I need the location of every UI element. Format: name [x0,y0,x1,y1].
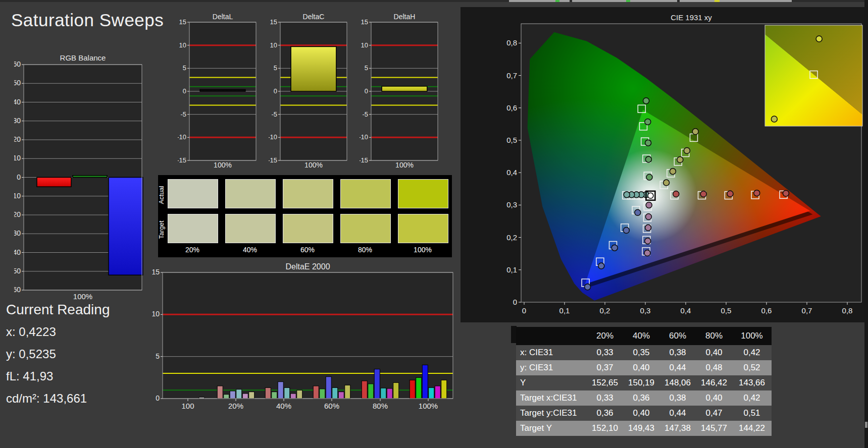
svg-text:0,3: 0,3 [640,306,651,315]
cie-measured-marker [645,140,651,146]
svg-text:-5: -5 [271,110,277,118]
deltae-bar [393,382,399,399]
svg-text:0,8: 0,8 [842,306,853,315]
svg-text:-50: -50 [14,267,21,275]
deltae-bar [320,389,325,399]
svg-text:20%: 20% [228,402,243,410]
table-row: Target y:CIE310,360,400,440,470,51 [516,406,772,421]
swatch-col-label: 100% [398,246,447,254]
current-reading-x: x: 0,4223 [6,325,110,339]
svg-text:0,8: 0,8 [506,38,517,47]
cie-1931-chart[interactable]: CIE 1931 xy00,10,20,30,40,50,60,70,800,1… [461,7,864,322]
svg-text:-30: -30 [14,229,21,237]
right-edge-bar[interactable] [864,0,868,448]
svg-text:-10: -10 [360,133,368,141]
cie-measured-marker [644,250,650,256]
svg-text:0,4: 0,4 [506,168,517,177]
bar-blue [109,178,143,275]
swatch-col-label: 60% [283,246,332,254]
deltae-bar [368,384,374,399]
svg-text:0,6: 0,6 [761,306,772,315]
svg-text:0,2: 0,2 [600,306,610,315]
svg-text:0,5: 0,5 [506,136,517,144]
bar-red [37,178,71,187]
svg-text:0,7: 0,7 [802,306,812,315]
current-reading-cdm2: cd/m²: 143,661 [6,391,110,406]
svg-text:0: 0 [513,298,517,306]
swatch-target-40% [225,214,276,243]
svg-text:0: 0 [156,394,160,402]
cie-svg: CIE 1931 xy00,10,20,30,40,50,60,70,800,1… [461,7,864,322]
svg-text:0: 0 [17,173,21,181]
svg-text:-15: -15 [360,156,368,164]
swatch-row-label-actual: Actual [158,184,165,204]
svg-text:0: 0 [274,87,277,95]
cie-measured-marker [670,169,676,175]
svg-text:50: 50 [14,79,21,87]
svg-text:0: 0 [522,306,526,315]
calibration-report-screen: Saturation Sweeps RGB Balance-60-50-40-3… [0,0,868,448]
table-row: Target Y152,10149,43147,38145,77144,22 [516,421,772,436]
toolbar-edge [0,0,868,2]
cie-measured-marker [754,190,760,196]
rgb-balance-chart[interactable]: RGB Balance-60-50-40-30-20-1001020304050… [14,52,144,302]
svg-text:5: 5 [274,64,277,72]
svg-text:0: 0 [183,87,186,95]
delta-l-chart[interactable]: DeltaL-15-10-5051015100% [178,12,260,170]
deltae-bar [362,381,367,399]
svg-text:100%: 100% [73,292,92,301]
svg-text:10: 10 [179,41,186,49]
deltae-bar [290,394,296,399]
svg-text:0,6: 0,6 [506,103,517,112]
svg-text:10: 10 [361,41,368,49]
deltae-bar [284,387,290,399]
deltae-bar [422,365,428,399]
toolbar-edge-yellow-mark [714,0,720,2]
deltae-bar [230,391,235,399]
svg-text:0,3: 0,3 [506,200,517,209]
deltae-bar [429,387,434,399]
cie-measured-marker [646,202,652,208]
deltaL-svg: DeltaL-15-10-5051015100% [178,12,260,170]
swatch-row-label-target: Target [158,219,165,239]
delta-e-2000-chart[interactable]: DeltaE 200005101510020%40%60%80%100% [149,262,455,410]
rgb_balance-svg: RGB Balance-60-50-40-30-20-1001020304050… [14,52,144,302]
cie-measured-marker [645,238,651,244]
svg-text:15: 15 [151,268,160,276]
svg-text:-5: -5 [180,110,186,118]
cie-measured-marker [700,191,706,197]
toolbar-edge-green-mark [626,0,630,2]
svg-text:10: 10 [270,41,277,49]
svg-text:60: 60 [14,60,21,68]
cie-measured-marker [645,225,651,231]
svg-text:-10: -10 [178,133,186,141]
scrollbar-handle[interactable] [865,422,867,428]
cie-measured-marker [646,174,652,180]
cie-inset [765,25,862,126]
swatch-target-60% [283,214,333,243]
cie-measured-marker [692,129,698,135]
svg-text:5: 5 [183,64,186,72]
svg-text:-15: -15 [269,156,277,164]
svg-text:30: 30 [14,117,21,125]
swatch-target-80% [340,214,391,243]
cie-measured-marker [684,148,690,154]
delta-c-chart[interactable]: DeltaC-15-10-5051015100% [269,12,350,170]
delta-e-svg: DeltaE 200005101510020%40%60%80%100% [149,262,455,410]
deltae-bar [242,394,248,399]
svg-text:100: 100 [181,402,194,410]
cie-measured-marker [624,192,630,198]
page-title: Saturation Sweeps [11,10,164,30]
svg-text:100%: 100% [419,402,438,410]
bar-green [73,176,107,178]
deltae-bar [332,387,338,399]
cie-measured-marker [643,98,649,104]
svg-text:100%: 100% [304,161,323,169]
color-swatch-panel[interactable]: ActualTarget20%40%60%80%100% [158,175,452,257]
cie-measured-marker [645,119,651,125]
swatch-target-20% [168,214,218,243]
delta-h-chart[interactable]: DeltaH-15-10-5051015100% [360,12,441,170]
cie-inset-measured-marker [771,116,777,122]
svg-text:-60: -60 [14,286,21,294]
deltae-bar [297,390,302,399]
